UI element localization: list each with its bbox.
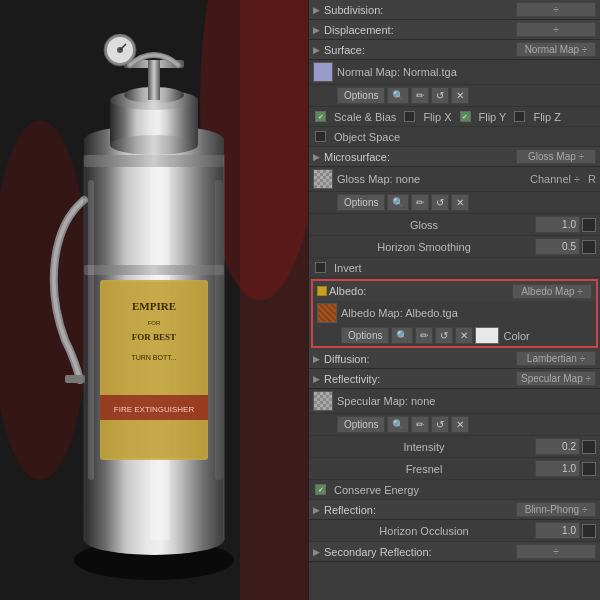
specular-close-btn[interactable]: ✕ bbox=[451, 416, 469, 433]
scale-bias-label: Scale & Bias bbox=[334, 111, 396, 123]
reflectivity-dropdown[interactable]: Specular Map ÷ bbox=[516, 371, 596, 386]
svg-text:FIRE EXTINGUISHER: FIRE EXTINGUISHER bbox=[114, 405, 195, 414]
properties-panel: ▶ Subdivision: ÷ ▶ Displacement: ÷ ▶ Sur… bbox=[308, 0, 600, 600]
albedo-header[interactable]: Albedo: Albedo Map ÷ bbox=[313, 281, 596, 301]
specular-options-btn[interactable]: Options bbox=[337, 416, 385, 433]
svg-rect-29 bbox=[65, 375, 85, 383]
specular-edit-btn[interactable]: ✏ bbox=[411, 416, 429, 433]
gloss-close-btn[interactable]: ✕ bbox=[451, 194, 469, 211]
displacement-dropdown[interactable]: ÷ bbox=[516, 22, 596, 37]
surface-header[interactable]: ▶ Surface: Normal Map ÷ bbox=[309, 40, 600, 60]
horizon-occlusion-label: Horizon Occlusion bbox=[313, 525, 535, 537]
albedo-search-btn[interactable]: 🔍 bbox=[391, 327, 413, 344]
diffusion-dropdown[interactable]: Lambertian ÷ bbox=[516, 351, 596, 366]
secondary-reflection-dropdown[interactable]: ÷ bbox=[516, 544, 596, 559]
normal-refresh-btn[interactable]: ↺ bbox=[431, 87, 449, 104]
normal-close-btn[interactable]: ✕ bbox=[451, 87, 469, 104]
specular-refresh-btn[interactable]: ↺ bbox=[431, 416, 449, 433]
invert-label: Invert bbox=[334, 262, 362, 274]
conserve-energy-row: Conserve Energy bbox=[309, 480, 600, 500]
horizon-occlusion-row: Horizon Occlusion bbox=[309, 520, 600, 542]
horizon-smoothing-label: Horizon Smoothing bbox=[313, 241, 535, 253]
horizon-occlusion-input[interactable] bbox=[535, 522, 580, 539]
gloss-btn-row: Options 🔍 ✏ ↺ ✕ bbox=[309, 192, 600, 214]
normal-map-btn-row: Options 🔍 ✏ ↺ ✕ bbox=[309, 85, 600, 107]
svg-point-19 bbox=[110, 135, 198, 155]
microsurface-title: Microsurface: bbox=[324, 151, 516, 163]
specular-search-btn[interactable]: 🔍 bbox=[387, 416, 409, 433]
surface-title: Surface: bbox=[324, 44, 516, 56]
albedo-edit-btn[interactable]: ✏ bbox=[415, 327, 433, 344]
normal-search-btn[interactable]: 🔍 bbox=[387, 87, 409, 104]
gloss-search-btn[interactable]: 🔍 bbox=[387, 194, 409, 211]
diffusion-header[interactable]: ▶ Diffusion: Lambertian ÷ bbox=[309, 349, 600, 369]
normal-edit-btn[interactable]: ✏ bbox=[411, 87, 429, 104]
channel-value: R bbox=[588, 173, 596, 185]
albedo-options-btn[interactable]: Options bbox=[341, 327, 389, 344]
svg-text:FOR BEST: FOR BEST bbox=[132, 332, 176, 342]
svg-text:EMPIRE: EMPIRE bbox=[132, 300, 176, 312]
subdivision-title: Subdivision: bbox=[324, 4, 516, 16]
specular-map-name: Specular Map: none bbox=[337, 395, 596, 407]
albedo-map-row: Albedo Map: Albedo.tga bbox=[313, 301, 596, 325]
microsurface-header[interactable]: ▶ Microsurface: Gloss Map ÷ bbox=[309, 147, 600, 167]
fresnel-label: Fresnel bbox=[313, 463, 535, 475]
svg-rect-21 bbox=[84, 265, 224, 275]
specular-btn-row: Options 🔍 ✏ ↺ ✕ bbox=[309, 414, 600, 436]
normal-map-thumb bbox=[313, 62, 333, 82]
invert-checkbox[interactable] bbox=[315, 262, 326, 273]
specular-map-thumb bbox=[313, 391, 333, 411]
gloss-label: Gloss bbox=[313, 219, 535, 231]
gloss-refresh-btn[interactable]: ↺ bbox=[431, 194, 449, 211]
albedo-refresh-btn[interactable]: ↺ bbox=[435, 327, 453, 344]
horizon-occlusion-swatch[interactable] bbox=[582, 524, 596, 538]
reflectivity-title: Reflectivity: bbox=[324, 373, 516, 385]
subdivision-header[interactable]: ▶ Subdivision: ÷ bbox=[309, 0, 600, 20]
normal-options-btn[interactable]: Options bbox=[337, 87, 385, 104]
displacement-collapse-icon: ▶ bbox=[313, 25, 320, 35]
flip-y-checkbox[interactable] bbox=[460, 111, 471, 122]
fresnel-swatch[interactable] bbox=[582, 462, 596, 476]
horizon-swatch[interactable] bbox=[582, 240, 596, 254]
svg-rect-3 bbox=[240, 0, 308, 600]
channel-label: Channel ÷ bbox=[530, 173, 580, 185]
object-space-checkbox[interactable] bbox=[315, 131, 326, 142]
intensity-swatch[interactable] bbox=[582, 440, 596, 454]
conserve-energy-checkbox[interactable] bbox=[315, 484, 326, 495]
diffusion-collapse-icon: ▶ bbox=[313, 354, 320, 364]
reflection-title: Reflection: bbox=[324, 504, 516, 516]
gloss-options-btn[interactable]: Options bbox=[337, 194, 385, 211]
albedo-color-swatch[interactable] bbox=[475, 327, 499, 344]
normal-map-row: Normal Map: Normal.tga bbox=[309, 60, 600, 85]
gloss-edit-btn[interactable]: ✏ bbox=[411, 194, 429, 211]
gloss-map-row: Gloss Map: none Channel ÷ R bbox=[309, 167, 600, 192]
diffusion-title: Diffusion: bbox=[324, 353, 516, 365]
gloss-color-swatch[interactable] bbox=[582, 218, 596, 232]
secondary-reflection-header[interactable]: ▶ Secondary Reflection: ÷ bbox=[309, 542, 600, 562]
svg-rect-24 bbox=[148, 60, 160, 100]
intensity-input[interactable] bbox=[535, 438, 580, 455]
reflection-header[interactable]: ▶ Reflection: Blinn-Phong ÷ bbox=[309, 500, 600, 520]
reflection-dropdown[interactable]: Blinn-Phong ÷ bbox=[516, 502, 596, 517]
horizon-smoothing-input[interactable] bbox=[535, 238, 580, 255]
microsurface-dropdown[interactable]: Gloss Map ÷ bbox=[516, 149, 596, 164]
fresnel-input[interactable] bbox=[535, 460, 580, 477]
subdivision-dropdown[interactable]: ÷ bbox=[516, 2, 596, 17]
horizon-smoothing-row: Horizon Smoothing bbox=[309, 236, 600, 258]
albedo-indicator bbox=[317, 286, 327, 296]
reflection-collapse-icon: ▶ bbox=[313, 505, 320, 515]
specular-map-row: Specular Map: none bbox=[309, 389, 600, 414]
reflectivity-header[interactable]: ▶ Reflectivity: Specular Map ÷ bbox=[309, 369, 600, 389]
albedo-close-btn[interactable]: ✕ bbox=[455, 327, 473, 344]
scale-bias-checkbox[interactable] bbox=[315, 111, 326, 122]
gloss-value-row: Gloss bbox=[309, 214, 600, 236]
surface-dropdown[interactable]: Normal Map ÷ bbox=[516, 42, 596, 57]
object-space-label: Object Space bbox=[334, 131, 400, 143]
flip-x-checkbox[interactable] bbox=[404, 111, 415, 122]
gloss-input[interactable] bbox=[535, 216, 580, 233]
albedo-dropdown[interactable]: Albedo Map ÷ bbox=[512, 284, 592, 299]
flip-z-checkbox[interactable] bbox=[514, 111, 525, 122]
flip-y-label: Flip Y bbox=[479, 111, 507, 123]
displacement-header[interactable]: ▶ Displacement: ÷ bbox=[309, 20, 600, 40]
albedo-title: Albedo: bbox=[329, 285, 512, 297]
